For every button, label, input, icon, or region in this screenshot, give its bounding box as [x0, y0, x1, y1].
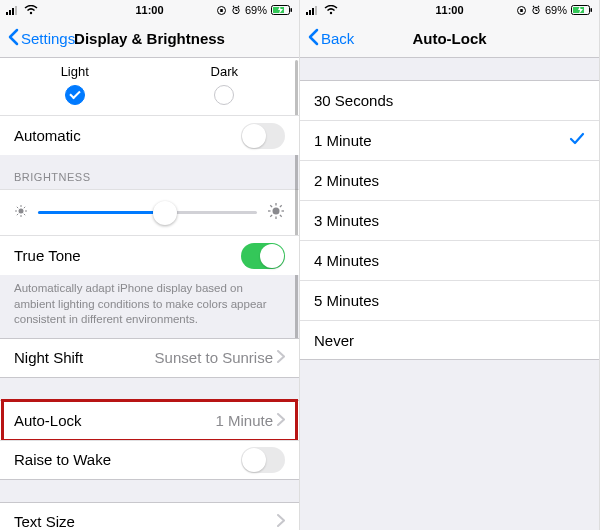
svg-rect-39	[520, 9, 523, 12]
back-button[interactable]: Settings	[8, 28, 75, 49]
nav-bar: Settings Display & Brightness	[0, 20, 299, 58]
automatic-switch[interactable]	[241, 123, 285, 149]
auto-lock-option[interactable]: Never	[300, 320, 599, 360]
night-shift-detail: Sunset to Sunrise	[155, 349, 273, 366]
text-size-cell[interactable]: Text Size	[0, 502, 299, 530]
svg-rect-1	[9, 10, 11, 15]
option-label: 5 Minutes	[314, 292, 379, 309]
rotation-lock-icon	[216, 5, 227, 16]
auto-lock-detail: 1 Minute	[215, 412, 273, 429]
svg-line-30	[280, 215, 282, 217]
auto-lock-option[interactable]: 1 Minute	[300, 120, 599, 160]
rotation-lock-icon	[516, 5, 527, 16]
svg-line-21	[24, 214, 25, 215]
appearance-light[interactable]: Light	[0, 64, 150, 105]
page-title: Display & Brightness	[74, 30, 225, 47]
alarm-icon	[531, 5, 541, 15]
option-label: 2 Minutes	[314, 172, 379, 189]
raise-to-wake-cell[interactable]: Raise to Wake	[0, 440, 299, 480]
back-label: Settings	[21, 30, 75, 47]
text-size-label: Text Size	[14, 513, 75, 530]
wifi-icon	[324, 5, 338, 15]
night-shift-label: Night Shift	[14, 349, 83, 366]
brightness-slider[interactable]	[38, 211, 257, 214]
svg-rect-36	[315, 6, 317, 15]
chevron-right-icon	[277, 412, 285, 429]
svg-point-37	[330, 12, 332, 14]
svg-rect-46	[591, 8, 593, 12]
chevron-right-icon	[277, 349, 285, 366]
back-label: Back	[321, 30, 354, 47]
raise-to-wake-switch[interactable]	[241, 447, 285, 473]
status-bar: 11:00 69%	[300, 0, 599, 20]
option-label: 1 Minute	[314, 132, 372, 149]
true-tone-footer: Automatically adapt iPhone display based…	[0, 275, 299, 338]
status-bar: 11:00 69%	[0, 0, 299, 20]
option-label: 4 Minutes	[314, 252, 379, 269]
screen-auto-lock: 11:00 69% Back Auto-Lock 30 Seconds1 Min…	[300, 0, 600, 530]
svg-rect-2	[12, 8, 14, 15]
automatic-cell[interactable]: Automatic	[0, 115, 299, 155]
page-title: Auto-Lock	[412, 30, 486, 47]
svg-rect-34	[309, 10, 311, 15]
svg-line-29	[270, 205, 272, 207]
svg-line-10	[233, 6, 234, 7]
auto-lock-option[interactable]: 30 Seconds	[300, 80, 599, 120]
true-tone-switch[interactable]	[241, 243, 285, 269]
svg-rect-6	[220, 9, 223, 12]
auto-lock-options: 30 Seconds1 Minute2 Minutes3 Minutes4 Mi…	[300, 80, 599, 360]
auto-lock-label: Auto-Lock	[14, 412, 82, 429]
checkmark-icon	[569, 131, 585, 151]
option-label: 3 Minutes	[314, 212, 379, 229]
auto-lock-option[interactable]: 4 Minutes	[300, 240, 599, 280]
auto-lock-cell[interactable]: Auto-Lock 1 Minute	[0, 400, 299, 440]
svg-rect-13	[291, 8, 293, 12]
svg-rect-0	[6, 12, 8, 15]
option-label: 30 Seconds	[314, 92, 393, 109]
svg-line-23	[24, 207, 25, 208]
chevron-right-icon	[277, 513, 285, 530]
true-tone-label: True Tone	[14, 247, 81, 264]
appearance-picker: Light Dark	[0, 58, 299, 115]
slider-thumb[interactable]	[153, 201, 177, 225]
svg-point-4	[30, 12, 32, 14]
svg-rect-3	[15, 6, 17, 15]
signal-icon	[6, 5, 20, 15]
night-shift-cell[interactable]: Night Shift Sunset to Sunrise	[0, 338, 299, 378]
wifi-icon	[24, 5, 38, 15]
battery-pct: 69%	[545, 4, 567, 16]
content[interactable]: 30 Seconds1 Minute2 Minutes3 Minutes4 Mi…	[300, 58, 599, 530]
scrollbar[interactable]	[295, 60, 298, 360]
svg-line-11	[238, 6, 239, 7]
automatic-label: Automatic	[14, 127, 81, 144]
battery-pct: 69%	[245, 4, 267, 16]
radio-unchecked-icon	[214, 85, 234, 105]
alarm-icon	[231, 5, 241, 15]
svg-line-31	[270, 215, 272, 217]
signal-icon	[306, 5, 320, 15]
appearance-light-label: Light	[61, 64, 89, 79]
auto-lock-option[interactable]: 3 Minutes	[300, 200, 599, 240]
content[interactable]: Light Dark Automatic BRIGHTNESS	[0, 58, 299, 530]
chevron-left-icon	[8, 28, 19, 49]
status-time: 11:00	[135, 4, 163, 16]
raise-to-wake-label: Raise to Wake	[14, 451, 111, 468]
brightness-slider-row	[0, 189, 299, 235]
appearance-dark-label: Dark	[211, 64, 238, 79]
true-tone-cell[interactable]: True Tone	[0, 235, 299, 275]
svg-rect-35	[312, 8, 314, 15]
sun-high-icon	[267, 202, 285, 223]
svg-point-24	[273, 208, 280, 215]
brightness-header: BRIGHTNESS	[0, 155, 299, 189]
nav-bar: Back Auto-Lock	[300, 20, 599, 58]
appearance-dark[interactable]: Dark	[150, 64, 300, 105]
auto-lock-option[interactable]: 2 Minutes	[300, 160, 599, 200]
status-time: 11:00	[435, 4, 463, 16]
back-button[interactable]: Back	[308, 28, 354, 49]
svg-point-15	[19, 209, 24, 214]
screen-display-brightness: 11:00 69% Settings Display & Brightness	[0, 0, 300, 530]
svg-line-44	[538, 6, 539, 7]
auto-lock-option[interactable]: 5 Minutes	[300, 280, 599, 320]
chevron-left-icon	[308, 28, 319, 49]
svg-line-43	[533, 6, 534, 7]
